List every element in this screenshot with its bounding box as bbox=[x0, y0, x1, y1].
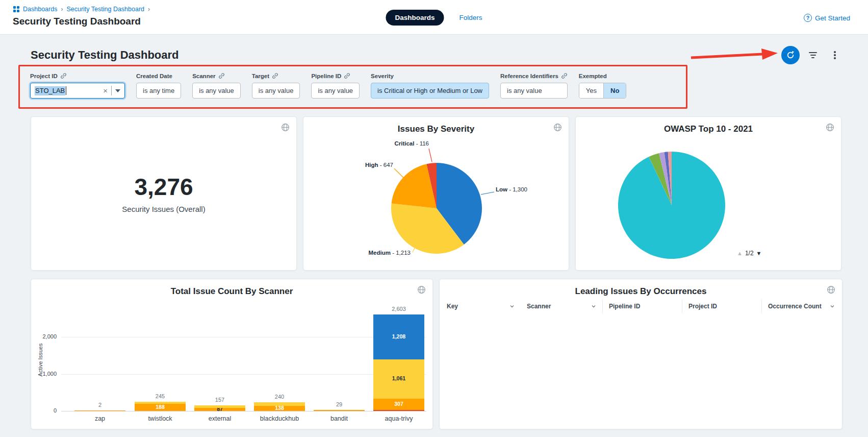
exempted-no-button[interactable]: No bbox=[603, 83, 626, 98]
bar-total-label: 29 bbox=[311, 401, 367, 407]
bar-category-label: bandit bbox=[311, 415, 367, 422]
column-header-pipeline-id[interactable]: Pipeline ID bbox=[602, 300, 682, 313]
card-total-issue-count-by-scanner: Total Issue Count By Scanner Active Issu… bbox=[31, 279, 433, 429]
project-id-value: STO_LAB bbox=[35, 86, 65, 95]
exempted-yes-button[interactable]: Yes bbox=[579, 83, 603, 98]
table-body bbox=[441, 313, 841, 428]
bar-total-label: 2 bbox=[72, 402, 128, 408]
breadcrumb-separator: › bbox=[61, 6, 63, 13]
scanner-filter-button[interactable]: is any value bbox=[192, 83, 241, 99]
pie-pager: ▲ 1/2 ▼ bbox=[737, 250, 761, 257]
severity-filter-button[interactable]: is Critical or High or Medium or Low bbox=[371, 83, 489, 99]
breadcrumb: Dashboards › Security Testing Dashboard … bbox=[13, 6, 150, 13]
bar-total-label: 157 bbox=[192, 397, 248, 403]
bar-category-label: blackduckhub bbox=[251, 415, 308, 422]
filter-target-label: Target bbox=[252, 73, 269, 79]
bar-total-label: 2,603 bbox=[371, 306, 427, 312]
filter-created-date: Created Date is any time bbox=[136, 72, 181, 107]
page-up-icon[interactable]: ▲ bbox=[737, 250, 743, 256]
globe-icon[interactable] bbox=[553, 123, 562, 132]
breadcrumb-separator: › bbox=[148, 6, 150, 13]
globe-icon[interactable] bbox=[827, 285, 835, 294]
sort-chevron-icon[interactable] bbox=[509, 304, 515, 309]
text-cursor bbox=[66, 86, 66, 95]
owasp-pie-chart bbox=[618, 152, 725, 259]
gridline bbox=[61, 374, 426, 375]
page-down-icon[interactable]: ▼ bbox=[756, 250, 762, 256]
link-icon bbox=[272, 72, 278, 79]
tab-dashboards[interactable]: Dashboards bbox=[386, 10, 444, 26]
globe-icon[interactable] bbox=[826, 123, 834, 132]
target-filter-button[interactable]: is any value bbox=[252, 83, 300, 99]
filter-pipeline-id: Pipeline ID is any value bbox=[311, 72, 360, 107]
y-tick-label: 1,000 bbox=[31, 371, 57, 377]
filter-toggle-icon[interactable] bbox=[807, 51, 819, 59]
tab-folders[interactable]: Folders bbox=[459, 14, 482, 21]
created-date-filter-button[interactable]: is any time bbox=[136, 83, 181, 99]
bar-segment-aqua-trivy[interactable] bbox=[373, 410, 424, 411]
column-header-occurrence-count[interactable]: Occurrence Count bbox=[761, 300, 841, 313]
bar-segment-blackduckhub[interactable] bbox=[254, 402, 305, 406]
bar-segment-label: 1,061 bbox=[373, 375, 424, 381]
link-icon bbox=[218, 72, 225, 79]
filter-reference-identifiers-label: Reference Identifiers bbox=[500, 73, 558, 79]
filter-target: Target is any value bbox=[252, 72, 300, 107]
column-header-scanner[interactable]: Scanner bbox=[521, 300, 602, 313]
callout-low: Low - 1,300 bbox=[496, 186, 527, 192]
callout-critical: Critical - 116 bbox=[378, 140, 429, 147]
reference-identifiers-filter-button[interactable]: is any value bbox=[500, 83, 568, 99]
overall-count-value: 3,276 bbox=[31, 173, 296, 201]
chevron-down-icon[interactable] bbox=[115, 89, 120, 92]
filter-pipeline-id-label: Pipeline ID bbox=[311, 73, 341, 79]
sort-chevron-icon[interactable] bbox=[591, 304, 596, 309]
breadcrumb-current[interactable]: Security Testing Dashboard bbox=[66, 6, 144, 13]
bar-segment-label: 1,208 bbox=[373, 333, 424, 339]
card-issues-by-severity: Issues By Severity Critical - 116 High -… bbox=[303, 116, 569, 271]
callout-medium: Medium - 1,213 bbox=[360, 250, 411, 256]
clear-icon[interactable]: × bbox=[101, 87, 109, 94]
filter-severity: Severity is Critical or High or Medium o… bbox=[371, 72, 489, 107]
bar-segment-external[interactable] bbox=[194, 405, 245, 408]
project-id-input[interactable]: STO_LAB × bbox=[30, 83, 125, 99]
filter-created-date-label: Created Date bbox=[136, 73, 172, 79]
page-indicator: 1/2 bbox=[745, 250, 754, 257]
bar-segment-twistlock[interactable] bbox=[135, 402, 186, 404]
column-header-project-id[interactable]: Project ID bbox=[682, 300, 761, 313]
more-options-button[interactable] bbox=[831, 50, 838, 61]
card-owasp-top-10: OWASP Top 10 - 2021 ▲ 1/2 ▼ bbox=[575, 116, 841, 271]
breadcrumb-dashboards[interactable]: Dashboards bbox=[23, 6, 57, 13]
bar-segment-zap[interactable] bbox=[74, 410, 125, 411]
filter-project-id: Project ID STO_LAB × bbox=[30, 72, 125, 107]
filter-project-id-label: Project ID bbox=[30, 73, 58, 79]
sort-chevron-icon[interactable] bbox=[830, 304, 835, 309]
refresh-button[interactable] bbox=[781, 46, 800, 64]
card-title: Issues By Severity bbox=[303, 124, 569, 134]
bar-category-label: zap bbox=[72, 415, 128, 422]
bar-total-label: 245 bbox=[132, 393, 188, 399]
overall-count-label: Security Issues (Overall) bbox=[31, 205, 296, 213]
bar-category-label: external bbox=[192, 415, 248, 422]
card-title: Leading Issues By Occurrences bbox=[440, 286, 842, 297]
bar-total-label: 240 bbox=[251, 394, 308, 400]
filter-exempted-label: Exempted bbox=[579, 73, 607, 79]
card-leading-issues-by-occurrences: Leading Issues By Occurrences Key Scanne… bbox=[439, 279, 843, 429]
page-title: Security Testing Dashboard bbox=[13, 16, 141, 27]
bar-segment-bandit[interactable] bbox=[314, 410, 365, 411]
table-header: Key Scanner Pipeline ID Project ID Occur… bbox=[441, 300, 841, 313]
get-started-label: Get Started bbox=[815, 14, 850, 22]
dashboards-grid-icon bbox=[13, 6, 19, 12]
help-icon: ? bbox=[804, 14, 812, 22]
bar-chart: 01,0002,0002zap188245twistlock87157exter… bbox=[31, 279, 432, 429]
link-icon bbox=[60, 72, 67, 79]
get-started-link[interactable]: ? Get Started bbox=[804, 14, 850, 22]
bar-segment-label: 307 bbox=[373, 401, 424, 407]
pipeline-id-filter-button[interactable]: is any value bbox=[311, 83, 360, 99]
annotation-arrow bbox=[687, 44, 784, 66]
card-security-issues-overall: 3,276 Security Issues (Overall) bbox=[31, 116, 297, 271]
column-header-key[interactable]: Key bbox=[441, 300, 521, 313]
y-tick-label: 2,000 bbox=[31, 333, 57, 339]
app-header: Dashboards › Security Testing Dashboard … bbox=[0, 0, 868, 34]
link-icon bbox=[344, 72, 350, 79]
globe-icon[interactable] bbox=[281, 123, 290, 132]
severity-pie-chart bbox=[391, 163, 482, 254]
